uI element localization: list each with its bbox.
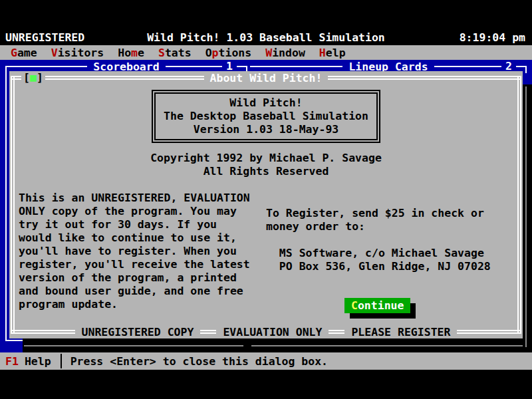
menu-item-options[interactable]: Options bbox=[205, 47, 252, 59]
menu-item-stats[interactable]: Stats bbox=[158, 47, 192, 59]
shadowed-window-border bbox=[24, 345, 243, 346]
shadowed-window-border bbox=[251, 345, 523, 346]
program-info-box: Wild Pitch! The Desktop Baseball Simulat… bbox=[152, 90, 380, 143]
status-bar: F1 Help Press <Enter> to close this dial… bbox=[0, 352, 532, 370]
dialog-shadow bbox=[523, 84, 532, 352]
menu-item-game[interactable]: Game bbox=[11, 47, 37, 59]
clock: 8:19:04 pm bbox=[460, 31, 525, 44]
about-dialog: [■] About Wild Pitch! Wild Pitch! The De… bbox=[9, 71, 523, 338]
window-border-bottom bbox=[5, 340, 23, 341]
dialog-footer: UNREGISTERED COPY EVALUATION ONLY PLEASE… bbox=[11, 325, 521, 338]
dialog-title: About Wild Pitch! bbox=[204, 72, 329, 84]
menu-item-visitors[interactable]: Visitors bbox=[51, 47, 104, 59]
registration-address-text: To Register, send $25 in check or money … bbox=[266, 207, 491, 273]
desktop: Scoreboard 1 Lineup Cards 2 [■] About Wi… bbox=[0, 60, 532, 352]
menu-item-home[interactable]: Home bbox=[118, 47, 144, 59]
f1-key-hint: F1 bbox=[5, 355, 19, 368]
footer-unregistered-copy: UNREGISTERED COPY bbox=[75, 326, 201, 338]
evaluation-notice-text: This is an UNREGISTERED, EVALUATION ONLY… bbox=[19, 192, 250, 311]
app-title-bar: UNREGISTERED Wild Pitch! 1.03 Baseball S… bbox=[0, 31, 532, 45]
footer-please-register: PLEASE REGISTER bbox=[344, 326, 457, 338]
close-button[interactable]: [■] bbox=[21, 71, 45, 84]
window-border-left bbox=[5, 66, 7, 341]
dialog-border-right bbox=[517, 76, 521, 334]
menu-item-help[interactable]: Help bbox=[319, 47, 346, 59]
window-corner bbox=[525, 66, 527, 73]
screen: UNREGISTERED Wild Pitch! 1.03 Baseball S… bbox=[0, 0, 532, 399]
menu-bar: Game Visitors Home Stats Options Window … bbox=[0, 45, 532, 60]
dialog-border-left bbox=[11, 76, 15, 334]
shadowed-window-border bbox=[525, 86, 527, 347]
continue-button[interactable]: Continue bbox=[344, 298, 410, 313]
dialog-title-bar: [■] About Wild Pitch! bbox=[11, 71, 521, 84]
program-info-text: Wild Pitch! The Desktop Baseball Simulat… bbox=[154, 92, 378, 140]
copyright-text: Copyright 1992 by Michael P. Savage All … bbox=[9, 152, 523, 178]
menu-item-window[interactable]: Window bbox=[265, 47, 305, 59]
footer-evaluation-only: EVALUATION ONLY bbox=[216, 326, 329, 338]
app-title: Wild Pitch! 1.03 Baseball Simulation bbox=[0, 31, 532, 44]
f1-key-label: Help bbox=[25, 355, 51, 368]
status-message: Press <Enter> to close this dialog box. bbox=[70, 355, 328, 368]
close-icon: ■ bbox=[30, 71, 37, 84]
status-bar-divider bbox=[61, 354, 62, 368]
